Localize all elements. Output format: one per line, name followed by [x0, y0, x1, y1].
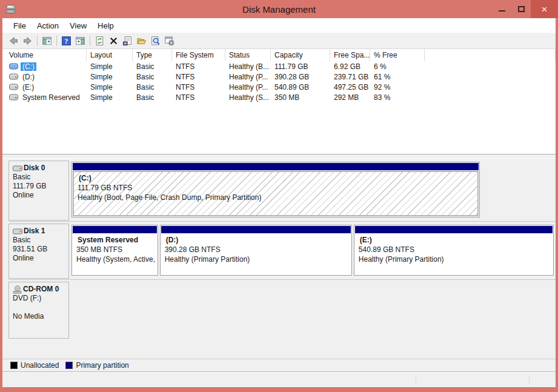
- back-button[interactable]: [7, 34, 21, 48]
- volume-percent-free: 61 %: [370, 73, 425, 81]
- partition-c[interactable]: (C:) 111.79 GB NTFS Healthy (Boot, Page …: [71, 162, 480, 218]
- volume-row-d[interactable]: (D:) Simple Basic NTFS Healthy (P... 390…: [5, 71, 556, 82]
- back-icon: [8, 36, 19, 46]
- show-console-tree-button[interactable]: [40, 34, 54, 48]
- cdrom-0-label-panel[interactable]: CD-ROM 0 DVD (F:) No Media: [8, 282, 69, 339]
- column-header-status[interactable]: Status: [225, 49, 271, 61]
- column-header-filler: [425, 49, 556, 61]
- volume-status: Healthy (P...: [225, 83, 271, 91]
- refresh-button[interactable]: [93, 34, 107, 48]
- toolbar-separator: [37, 36, 38, 46]
- volume-icon: [9, 73, 18, 80]
- find-button[interactable]: [148, 34, 162, 48]
- menu-file[interactable]: File: [8, 19, 32, 32]
- close-icon: ×: [542, 4, 548, 15]
- partition-system-reserved[interactable]: System Reserved 350 MB NTFS Healthy (Sys…: [71, 225, 158, 276]
- minimize-icon: [499, 10, 505, 12]
- properties-button[interactable]: [121, 34, 135, 48]
- volume-file-system: NTFS: [172, 83, 225, 91]
- volume-type: Basic: [133, 73, 172, 81]
- volume-row-system-reserved[interactable]: System Reserved Simple Basic NTFS Health…: [5, 92, 556, 102]
- pane-splitter[interactable]: [2, 154, 556, 159]
- column-header-type[interactable]: Type: [133, 49, 172, 61]
- column-header-percent-free[interactable]: % Free: [370, 49, 425, 61]
- volume-file-system: NTFS: [172, 73, 225, 81]
- window-content: File Action View Help: [2, 18, 556, 387]
- unallocated-swatch: [10, 362, 18, 369]
- volume-row-c[interactable]: (C:) Simple Basic NTFS Healthy (B... 111…: [5, 61, 556, 71]
- forward-icon: [22, 36, 33, 46]
- close-button[interactable]: ×: [531, 0, 558, 18]
- partition-health: Healthy (System, Active,: [76, 254, 153, 264]
- menu-view[interactable]: View: [64, 19, 92, 32]
- volume-file-system: NTFS: [172, 62, 225, 71]
- volume-name: System Reserved: [21, 93, 82, 102]
- volume-name: (E:): [21, 83, 36, 91]
- delete-button[interactable]: [107, 34, 121, 48]
- volume-free-space: 292 MB: [330, 93, 370, 102]
- disk-name-text: CD-ROM 0: [23, 285, 59, 294]
- svg-text:?: ?: [65, 37, 68, 45]
- disk-icon: [13, 165, 23, 172]
- volume-free-space: 497.25 GB: [330, 83, 370, 91]
- find-icon: [150, 36, 161, 46]
- volume-name: (D:): [21, 73, 36, 81]
- disk-management-window: Disk Management × File Action View Help: [0, 0, 558, 392]
- legend-unallocated: Unallocated: [10, 361, 59, 370]
- column-header-layout[interactable]: Layout: [87, 49, 133, 61]
- partition-size: 390.28 GB NTFS: [165, 245, 347, 254]
- volume-layout: Simple: [87, 83, 133, 91]
- show-console-tree-icon: [42, 36, 52, 46]
- minimize-button[interactable]: [492, 0, 511, 18]
- disk-status: Online: [13, 191, 66, 200]
- show-action-pane-button[interactable]: [73, 34, 87, 48]
- volume-list-pane: Volume Layout Type File System Status Ca…: [2, 49, 556, 154]
- column-header-volume[interactable]: Volume: [5, 49, 87, 61]
- refresh-icon: [95, 36, 105, 46]
- volume-free-space: 6.92 GB: [330, 62, 370, 71]
- titlebar: Disk Management ×: [0, 0, 558, 18]
- partition-d[interactable]: (D:) 390.28 GB NTFS Healthy (Primary Par…: [160, 225, 352, 276]
- disk-1-label-panel[interactable]: Disk 1 Basic 931.51 GB Online: [8, 224, 69, 279]
- volume-row-e[interactable]: (E:) Simple Basic NTFS Healthy (P... 540…: [5, 82, 556, 92]
- status-bar-separator: [529, 375, 530, 385]
- volume-capacity: 111.79 GB: [271, 62, 330, 71]
- status-bar: [2, 372, 556, 387]
- volume-layout: Simple: [87, 62, 133, 71]
- column-header-capacity[interactable]: Capacity: [271, 49, 330, 61]
- partition-size: 540.89 GB NTFS: [359, 245, 549, 254]
- partition-type-bar: [73, 226, 157, 233]
- volume-type: Basic: [133, 62, 172, 71]
- disk-size: 931.51 GB: [13, 245, 66, 254]
- volume-status: Healthy (P...: [225, 73, 271, 81]
- volume-icon: [9, 94, 18, 101]
- menu-action[interactable]: Action: [32, 19, 64, 32]
- menu-help[interactable]: Help: [92, 19, 119, 32]
- cdrom-media-type: DVD (F:): [13, 294, 66, 303]
- window-controls: ×: [492, 0, 558, 18]
- disk-1-partitions: System Reserved 350 MB NTFS Healthy (Sys…: [69, 224, 556, 279]
- partition-name: (D:): [165, 235, 347, 245]
- disk-size: 111.79 GB: [13, 182, 66, 191]
- forward-button[interactable]: [21, 34, 35, 48]
- disk-icon: [13, 228, 23, 235]
- partition-size: 350 MB NTFS: [76, 245, 153, 254]
- graphical-view-filler: [8, 339, 556, 359]
- disk-1-row: Disk 1 Basic 931.51 GB Online System Res…: [8, 222, 556, 280]
- legend-bar: Unallocated Primary partition: [2, 359, 556, 372]
- column-header-file-system[interactable]: File System: [172, 49, 225, 61]
- disk-0-label-panel[interactable]: Disk 0 Basic 111.79 GB Online: [8, 161, 69, 221]
- volume-capacity: 390.28 GB: [271, 73, 330, 81]
- maximize-button[interactable]: [511, 0, 531, 18]
- disk-type: Basic: [13, 236, 66, 245]
- menu-bar: File Action View Help: [2, 18, 556, 33]
- disk-0-row: Disk 0 Basic 111.79 GB Online (C:) 111.7…: [8, 159, 556, 222]
- column-header-free-space[interactable]: Free Spa...: [330, 49, 370, 61]
- volume-list-header: Volume Layout Type File System Status Ca…: [5, 49, 556, 61]
- open-button[interactable]: [135, 34, 148, 48]
- volume-icon: [9, 84, 18, 90]
- settings-button[interactable]: [162, 34, 176, 48]
- partition-e[interactable]: (E:) 540.89 GB NTFS Healthy (Primary Par…: [354, 225, 554, 276]
- help-button[interactable]: ?: [59, 34, 73, 48]
- volume-layout: Simple: [87, 73, 133, 81]
